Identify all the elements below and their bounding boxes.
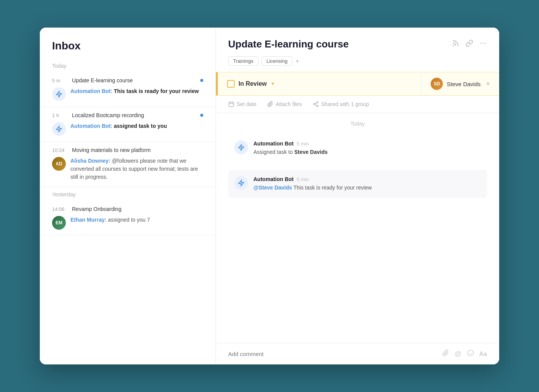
shared-with-button[interactable]: Shared with 1 group [313, 101, 369, 107]
svg-marker-1 [56, 126, 62, 132]
comment-time: 5 min [297, 141, 309, 147]
status-checkbox [227, 80, 235, 88]
avatar: AD [52, 157, 66, 171]
message-text: assigned to you 7 [108, 217, 150, 223]
share-icon [313, 101, 319, 107]
header-actions [452, 39, 487, 49]
svg-point-3 [480, 43, 482, 44]
set-date-label: Set date [237, 101, 256, 107]
comment-time: 5 min [297, 176, 309, 182]
comment-content: Automation Bot 5 min Assigned task to St… [253, 140, 481, 156]
message-body: Alisha Downey: @followers please note th… [70, 157, 203, 181]
attach-icon[interactable] [442, 350, 449, 358]
tag-licensing[interactable]: Licensing [261, 56, 292, 66]
task-title: Update E-learning course [72, 77, 196, 83]
time-label: 1 h [52, 113, 67, 118]
attach-files-button[interactable]: Attach files [267, 101, 302, 107]
calendar-icon [228, 101, 234, 107]
comment-text: Assigned task to Steve Davids [253, 148, 481, 156]
message-text: assigned task to you [114, 123, 167, 129]
mention-tag: @Steve Davids [253, 185, 292, 191]
list-item[interactable]: 5 m Update E-learning course Automation … [40, 72, 216, 107]
comments-area: Today Automation Bot 5 min Assigned task… [216, 113, 499, 343]
more-options-icon[interactable] [479, 39, 487, 49]
assignee-avatar: SD [431, 78, 443, 90]
tags-row: Trainings Licensing + [228, 56, 487, 66]
comments-day-label: Today [228, 121, 487, 127]
assignee-section: SD Steve Davids + [421, 72, 499, 95]
inbox-panel: Inbox Today 5 m Update E-learning course [40, 28, 216, 364]
comment-author: Automation Bot [253, 140, 294, 147]
add-assignee-button[interactable]: + [486, 80, 490, 88]
time-label: 14:06 [52, 206, 67, 212]
task-detail-panel: Update E-learning course [216, 28, 499, 364]
svg-point-12 [317, 105, 318, 107]
message-body: Ethan Murray: assigned to you 7 [70, 216, 150, 224]
comment-author: Automation Bot [253, 176, 294, 182]
sender-name: Automation Bot: [70, 123, 113, 129]
svg-point-4 [483, 43, 484, 44]
svg-marker-15 [238, 145, 244, 150]
shared-with-label: Shared with 1 group [321, 101, 369, 107]
list-item[interactable]: 14:06 Revamp Onboarding EM Ethan Murray:… [40, 201, 216, 235]
assignee-ref: Steve Davids [294, 149, 328, 155]
svg-marker-16 [238, 180, 244, 186]
avatar [52, 87, 66, 101]
emoji-icon[interactable] [467, 350, 474, 358]
set-date-button[interactable]: Set date [228, 101, 256, 107]
bot-avatar [234, 140, 248, 154]
text-format-icon[interactable]: Aa [479, 351, 487, 358]
mention-icon[interactable]: @ [454, 350, 461, 358]
comment-item: Automation Bot 5 min Assigned task to St… [228, 134, 487, 162]
attach-files-label: Attach files [276, 101, 302, 107]
task-title: Update E-learning course [228, 38, 349, 50]
svg-point-11 [314, 103, 315, 105]
assignee-name: Steve Davids [447, 81, 480, 87]
comment-content: Automation Bot 5 min @Steve Davids This … [253, 176, 481, 192]
rss-icon[interactable] [452, 39, 459, 49]
inbox-title: Inbox [52, 40, 203, 52]
svg-point-2 [453, 45, 454, 46]
comment-header: Automation Bot 5 min [253, 176, 481, 182]
link-icon[interactable] [466, 39, 473, 49]
action-bar: Set date Attach files Shared with 1 grou… [216, 96, 499, 113]
comment-item: Automation Bot 5 min @Steve Davids This … [228, 170, 487, 198]
time-label: 5 m [52, 78, 67, 83]
section-yesterday: Yesterday [40, 187, 216, 201]
status-section[interactable]: In Review ▼ [218, 72, 421, 95]
svg-rect-6 [229, 102, 234, 107]
time-label: 10:24 [52, 147, 67, 153]
task-title: Revamp Onboarding [72, 206, 203, 212]
comment-input[interactable] [228, 351, 438, 357]
inbox-list: Today 5 m Update E-learning course Autom… [40, 58, 216, 364]
svg-line-14 [315, 103, 317, 104]
unread-indicator [200, 79, 203, 82]
paperclip-icon [267, 101, 273, 107]
add-tag-button[interactable]: + [296, 58, 299, 65]
message-text: This task is ready for your review [114, 88, 199, 94]
list-item[interactable]: 10:24 Moving materials to new platform A… [40, 142, 216, 187]
task-title: Moving materials to new platform [72, 147, 203, 153]
tag-trainings[interactable]: Trainings [228, 56, 258, 66]
sender-name: Ethan Murray: [70, 217, 106, 223]
comment-header: Automation Bot 5 min [253, 140, 481, 147]
avatar [52, 122, 66, 136]
comment-text: @Steve Davids This task is ready for you… [253, 184, 481, 192]
status-bar: In Review ▼ SD Steve Davids + [216, 72, 499, 96]
sender-name: Alisha Downey: [70, 158, 110, 164]
comment-tools: @ Aa [442, 350, 487, 358]
task-title: Localized Bootcamp recording [72, 112, 196, 118]
dropdown-arrow-icon[interactable]: ▼ [271, 81, 275, 87]
svg-point-10 [317, 101, 318, 103]
svg-line-13 [315, 105, 317, 106]
list-item[interactable]: 1 h Localized Bootcamp recording Automat… [40, 107, 216, 142]
message-body: Automation Bot: This task is ready for y… [70, 87, 199, 95]
inbox-header: Inbox [40, 28, 216, 58]
avatar: EM [52, 216, 66, 230]
section-today: Today [40, 58, 216, 72]
status-label: In Review [238, 80, 267, 87]
svg-point-17 [467, 350, 473, 356]
sender-name: Automation Bot: [70, 88, 113, 94]
unread-indicator [200, 114, 203, 117]
svg-marker-0 [56, 91, 62, 97]
